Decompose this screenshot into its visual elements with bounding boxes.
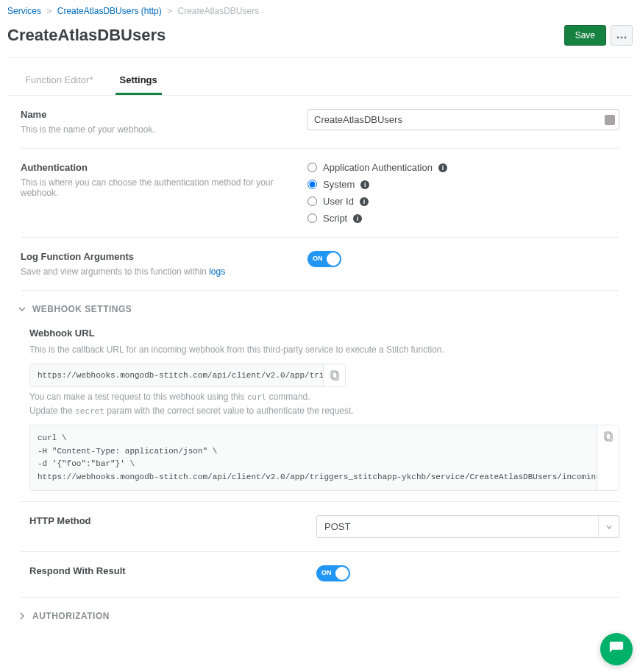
chat-fab[interactable] <box>600 633 633 664</box>
copy-webhook-url-button[interactable] <box>323 364 345 386</box>
copy-curl-button[interactable] <box>597 425 619 490</box>
auth-desc: This is where you can choose the authent… <box>21 177 293 198</box>
chevron-down-icon <box>18 305 26 314</box>
more-actions-button[interactable] <box>611 25 633 46</box>
logargs-desc: Save and view arguments to this function… <box>21 266 293 277</box>
save-button[interactable]: Save <box>564 25 606 46</box>
webhook-url-label: Webhook URL <box>29 328 619 339</box>
http-method-select[interactable]: POST <box>316 515 619 538</box>
breadcrumb-sep: > <box>46 6 51 16</box>
auth-option-script[interactable]: Script i <box>307 213 619 224</box>
respond-result-toggle[interactable]: ON <box>316 565 350 581</box>
tab-function-editor[interactable]: Function Editor* <box>21 74 98 95</box>
ellipsis-icon <box>616 30 627 41</box>
copy-icon <box>330 370 339 383</box>
auth-option-userid[interactable]: User Id i <box>307 196 619 207</box>
logargs-toggle[interactable]: ON <box>307 251 341 267</box>
authorization-title: AUTHORIZATION <box>32 611 110 621</box>
svg-point-0 <box>617 36 619 38</box>
svg-point-2 <box>625 36 627 38</box>
breadcrumb-http[interactable]: CreateAtlasDBUsers (http) <box>57 6 162 16</box>
copy-icon <box>604 431 613 444</box>
breadcrumb: Services > CreateAtlasDBUsers (http) > C… <box>7 6 633 24</box>
webhook-url-value: https://webhooks.mongodb-stitch.com/api/… <box>30 364 323 386</box>
input-badge-icon <box>605 115 615 125</box>
auth-radio-application[interactable] <box>307 163 317 172</box>
authorization-header[interactable]: AUTHORIZATION <box>7 598 633 634</box>
info-icon[interactable]: i <box>438 163 447 172</box>
info-icon[interactable]: i <box>360 197 369 206</box>
auth-option-application[interactable]: Application Authentication i <box>307 162 619 173</box>
auth-option-label: Script <box>323 213 347 224</box>
name-input[interactable] <box>307 109 619 130</box>
webhook-curl-hint: You can make a test request to this webh… <box>29 390 619 417</box>
info-icon[interactable]: i <box>360 180 369 189</box>
respond-result-label: Respond With Result <box>29 565 302 576</box>
webhook-settings-header[interactable]: WEBHOOK SETTINGS <box>7 291 633 328</box>
breadcrumb-services[interactable]: Services <box>7 6 41 16</box>
webhook-url-desc: This is the callback URL for an incoming… <box>29 343 619 356</box>
tabs: Function Editor* Settings <box>7 58 633 96</box>
auth-option-label: User Id <box>323 196 354 207</box>
webhook-settings-title: WEBHOOK SETTINGS <box>32 304 132 314</box>
name-desc: This is the name of your webhook. <box>21 124 293 135</box>
breadcrumb-sep: > <box>167 6 172 16</box>
auth-radio-script[interactable] <box>307 213 317 223</box>
toggle-label: ON <box>313 255 323 262</box>
chevron-right-icon <box>18 612 26 620</box>
toggle-knob <box>335 567 349 580</box>
svg-point-1 <box>621 36 623 38</box>
name-label: Name <box>21 109 293 120</box>
auth-option-system[interactable]: System i <box>307 179 619 190</box>
chat-icon <box>608 640 625 659</box>
http-method-label: HTTP Method <box>29 515 302 526</box>
auth-radio-userid[interactable] <box>307 197 317 206</box>
logargs-label: Log Function Arguments <box>21 251 293 262</box>
toggle-knob <box>327 252 340 266</box>
auth-option-label: Application Authentication <box>323 162 433 173</box>
logs-link[interactable]: logs <box>209 266 225 277</box>
page-title: CreateAtlasDBUsers <box>7 26 166 45</box>
auth-radio-system[interactable] <box>307 180 317 189</box>
toggle-label: ON <box>321 569 332 576</box>
breadcrumb-current: CreateAtlasDBUsers <box>177 6 259 16</box>
webhook-curl-command: curl \ -H "Content-Type: application/jso… <box>30 425 597 490</box>
info-icon[interactable]: i <box>353 214 362 223</box>
auth-option-label: System <box>323 179 355 190</box>
tab-settings[interactable]: Settings <box>115 74 162 95</box>
auth-label: Authentication <box>21 162 293 173</box>
